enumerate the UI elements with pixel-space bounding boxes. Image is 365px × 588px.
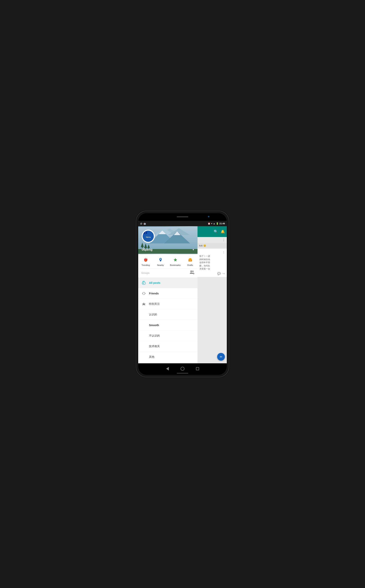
drafts-label: Drafts xyxy=(187,264,193,266)
speaker xyxy=(177,216,188,217)
right-topbar: 🔍 🔔 xyxy=(197,226,227,237)
feed-item-actions-bottom: 💬 ↪ xyxy=(199,272,225,275)
menu-item-friends[interactable]: Friends xyxy=(138,288,197,299)
camera xyxy=(208,216,210,217)
drafts-icon xyxy=(187,257,193,263)
profile-name: 06peng xyxy=(142,248,153,252)
profile-dropdown-arrow[interactable]: ▼ xyxy=(192,248,194,251)
unknown-icon xyxy=(141,333,146,338)
android-icon: 🤖 xyxy=(143,222,146,225)
special-icon xyxy=(141,301,146,307)
svg-point-23 xyxy=(193,273,194,274)
groups-label: Groups xyxy=(141,272,190,274)
status-icons-right: ⏰ ▾ ▲ 🔋 21:49 xyxy=(208,222,225,225)
bottom-navigation xyxy=(138,366,227,371)
bookmarks-label: Bookmarks xyxy=(170,264,181,266)
feed-item-1: ⋮ 惊了！一进的时候自动这些年不管眼，当代生关安装一台 💬 ↪ xyxy=(197,249,227,277)
smooth-label: Smooth xyxy=(149,324,159,327)
other-icon xyxy=(141,354,146,359)
all-posts-label: All posts xyxy=(149,281,160,284)
profile-header: ★ 06peng 06peng ▼ xyxy=(138,226,197,254)
other-label: 其他 xyxy=(149,355,154,359)
menu-item-tech[interactable]: 技术相关 xyxy=(138,341,197,352)
svg-rect-19 xyxy=(189,259,192,261)
screen: @ 🤖 ⏰ ▾ ▲ 🔋 21:49 xyxy=(138,221,227,363)
comment-icon[interactable]: 💬 xyxy=(217,272,221,275)
known-icon xyxy=(141,312,146,317)
left-drawer: ★ 06peng 06peng ▼ xyxy=(138,226,197,363)
svg-marker-27 xyxy=(142,302,146,306)
menu-item-special[interactable]: 特别关注 xyxy=(138,299,197,309)
trending-label: Trending xyxy=(141,264,150,266)
unknown-label: 不认识的 xyxy=(149,334,160,337)
feed-item-text: 惊了！一进的时候自动这些年不管眼，当代生关安装一台 xyxy=(199,254,225,271)
more-options-row: ⋮ xyxy=(197,237,227,243)
action-bookmarks[interactable]: Bookmarks xyxy=(168,257,183,266)
friends-label: Friends xyxy=(149,292,159,295)
action-drafts[interactable]: Drafts xyxy=(183,257,197,266)
time-display: 21:49 xyxy=(219,222,225,225)
recents-button[interactable] xyxy=(195,366,200,371)
menu-item-smooth[interactable]: Smooth xyxy=(138,320,197,331)
feed-text-content: 惊了！一进的时候自动这些年不管眼，当代生关安装一台 xyxy=(199,255,210,270)
menu-item-other[interactable]: 其他 xyxy=(138,352,197,362)
nearby-label: Nearby xyxy=(157,264,164,266)
search-icon[interactable]: 🔍 xyxy=(214,230,218,234)
svg-point-21 xyxy=(192,271,194,272)
svg-point-16 xyxy=(145,260,146,261)
wifi-icon: ▾ xyxy=(211,222,212,225)
status-bar: @ 🤖 ⏰ ▾ ▲ 🔋 21:49 xyxy=(138,221,227,226)
avatar-inner: ★ 06peng xyxy=(143,231,154,242)
quick-actions-bar: Trending Nearby xyxy=(138,254,197,268)
at-icon: @ xyxy=(140,222,142,225)
feed-container: ⋮ 惊了！一进的时候自动这些年不管眼，当代生关安装一台 💬 ↪ xyxy=(197,248,227,363)
menu-list: All posts Friends xyxy=(138,278,197,363)
feed-username: kok 😊 xyxy=(199,244,206,247)
speaker-bottom xyxy=(177,373,188,374)
tech-label: 技术相关 xyxy=(149,345,160,348)
more-options-button[interactable]: ⋮ xyxy=(222,238,225,242)
menu-item-all-posts[interactable]: All posts xyxy=(138,278,197,288)
weibo-icon xyxy=(141,280,146,285)
alarm-icon: ⏰ xyxy=(208,222,211,225)
action-trending[interactable]: Trending xyxy=(138,257,153,266)
smooth-icon xyxy=(141,323,146,328)
phone-inner: @ 🤖 ⏰ ▾ ▲ 🔋 21:49 xyxy=(138,213,227,375)
back-icon xyxy=(166,367,169,371)
nearby-icon xyxy=(157,257,164,263)
menu-item-known[interactable]: 认识的 xyxy=(138,309,197,320)
recents-icon xyxy=(196,367,199,370)
action-nearby[interactable]: Nearby xyxy=(153,257,168,266)
feed-item-actions-top: ⋮ xyxy=(199,251,225,254)
tech-icon xyxy=(141,344,146,349)
home-button[interactable] xyxy=(180,366,185,371)
special-label: 特别关注 xyxy=(149,302,160,306)
status-icons-left: @ 🤖 xyxy=(140,222,146,225)
compose-icon: ✏ xyxy=(220,355,222,359)
svg-point-17 xyxy=(160,259,161,260)
bookmarks-icon xyxy=(172,257,178,263)
groups-manage-icon[interactable] xyxy=(190,270,194,275)
known-label: 认识的 xyxy=(149,313,157,316)
battery-icon: 🔋 xyxy=(216,222,219,225)
friends-icon xyxy=(141,291,146,296)
phone-frame: @ 🤖 ⏰ ▾ ▲ 🔋 21:49 xyxy=(136,211,229,377)
notification-icon[interactable]: 🔔 xyxy=(221,230,225,234)
feed-more-icon[interactable]: ⋮ xyxy=(222,251,225,254)
svg-point-20 xyxy=(190,271,192,272)
trending-icon xyxy=(143,257,149,263)
profile-avatar[interactable]: ★ 06peng xyxy=(142,230,155,243)
retweet-icon[interactable]: ↪ xyxy=(223,272,225,275)
app-content: ★ 06peng 06peng ▼ xyxy=(138,226,227,363)
feed-username-row: kok 😊 xyxy=(197,243,227,248)
svg-marker-18 xyxy=(174,258,177,261)
compose-fab[interactable]: ✏ xyxy=(217,353,225,361)
signal-icon: ▲ xyxy=(213,222,215,225)
svg-point-24 xyxy=(142,282,146,285)
back-button[interactable] xyxy=(165,366,170,371)
home-icon xyxy=(181,367,184,371)
right-panel: 🔍 🔔 ⋮ kok 😊 xyxy=(197,226,227,363)
menu-item-unknown[interactable]: 不认识的 xyxy=(138,331,197,341)
groups-row: Groups xyxy=(138,268,197,278)
